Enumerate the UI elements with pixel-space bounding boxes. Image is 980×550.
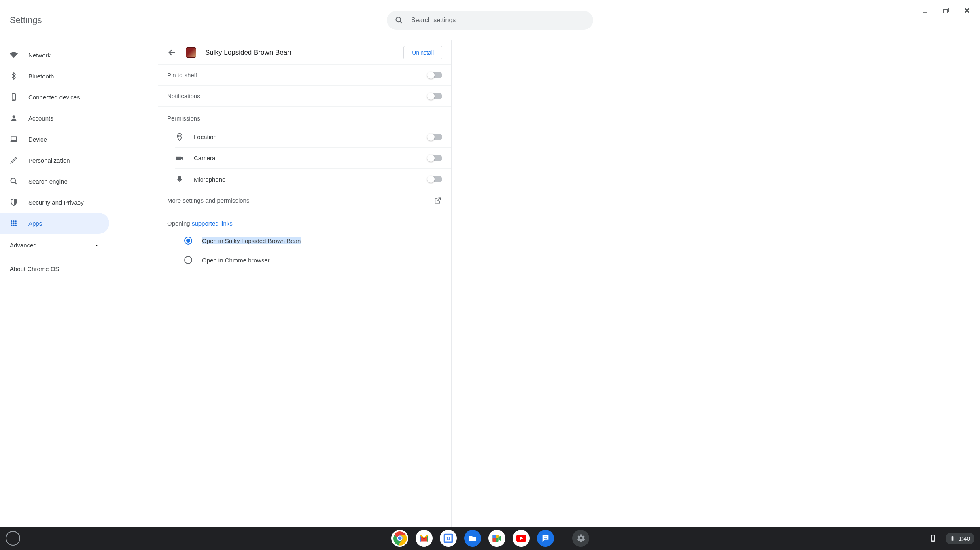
permission-label: Microphone [194, 176, 418, 183]
svg-rect-40 [492, 538, 496, 542]
camera-toggle[interactable] [428, 155, 442, 161]
svg-point-17 [13, 222, 14, 224]
person-icon [10, 114, 18, 122]
notifications-row: Notifications [158, 86, 451, 107]
svg-rect-9 [11, 137, 16, 140]
sidebar-item-label: Personalization [28, 157, 70, 164]
svg-rect-38 [492, 535, 496, 538]
pin-to-shelf-toggle[interactable] [428, 72, 442, 78]
microphone-icon [175, 175, 184, 184]
svg-rect-24 [176, 156, 181, 159]
svg-point-4 [396, 17, 401, 22]
shelf-icon-messages[interactable] [537, 530, 554, 547]
advanced-label: Advanced [10, 242, 37, 249]
svg-point-8 [13, 115, 15, 118]
search-input[interactable] [411, 17, 585, 24]
status-tray[interactable]: 1:40 [925, 532, 974, 544]
sidebar-item-label: Device [28, 136, 47, 143]
sidebar-item-label: Search engine [28, 178, 68, 185]
pin-to-shelf-label: Pin to shelf [167, 72, 428, 78]
sidebar-item-connected-devices[interactable]: Connected devices [0, 87, 109, 108]
svg-rect-39 [496, 535, 499, 538]
pin-to-shelf-row: Pin to shelf [158, 65, 451, 86]
shelf-icon-settings[interactable] [572, 530, 589, 547]
tray-phone-icon[interactable] [925, 532, 941, 544]
phone-icon [10, 93, 18, 101]
sidebar-item-apps[interactable]: Apps [0, 213, 109, 234]
sidebar-item-label: Connected devices [28, 94, 80, 101]
bluetooth-icon [10, 72, 18, 80]
sidebar-item-personalization[interactable]: Personalization [0, 150, 109, 171]
permission-row-camera: Camera [175, 148, 451, 169]
radio-label: Open in Chrome browser [202, 257, 270, 264]
supported-links-link[interactable]: supported links [192, 220, 233, 227]
app-title: Sulky Lopsided Brown Bean [205, 49, 395, 57]
sidebar-item-label: Bluetooth [28, 73, 54, 80]
launcher-button[interactable] [6, 531, 20, 546]
shelf-icon-chrome[interactable] [391, 530, 408, 547]
sidebar-item-label: Apps [28, 220, 42, 227]
search-icon [395, 16, 403, 24]
settings-title: Settings [10, 15, 42, 25]
sidebar-item-search-engine[interactable]: Search engine [0, 171, 109, 192]
svg-point-20 [13, 225, 14, 226]
search-bar[interactable] [387, 11, 593, 30]
sidebar-item-bluetooth[interactable]: Bluetooth [0, 66, 109, 87]
svg-point-21 [15, 225, 17, 226]
radio-label: Open in Sulky Lopsided Brown Bean [202, 237, 301, 244]
notifications-toggle[interactable] [428, 93, 442, 99]
radio-button-icon [184, 256, 192, 264]
radio-open-in-app[interactable]: Open in Sulky Lopsided Brown Bean [158, 231, 451, 250]
svg-point-18 [15, 222, 17, 224]
svg-point-11 [11, 178, 16, 183]
tray-status-pill[interactable]: 1:40 [946, 533, 974, 544]
svg-rect-25 [179, 176, 181, 180]
sidebar-item-label: Network [28, 52, 51, 59]
window-restore-icon[interactable] [941, 6, 951, 15]
microphone-toggle[interactable] [428, 176, 442, 182]
camera-icon [175, 154, 184, 163]
more-settings-row[interactable]: More settings and permissions [158, 190, 451, 211]
svg-point-31 [397, 536, 402, 540]
shelf-icon-meet[interactable] [488, 530, 505, 547]
app-detail-panel: Sulky Lopsided Brown Bean Uninstall Pin … [158, 40, 452, 527]
shelf-icon-calendar[interactable]: 31 [440, 530, 457, 547]
window-close-icon[interactable] [962, 6, 972, 15]
laptop-icon [10, 135, 18, 143]
sidebar: Network Bluetooth Connected devices Acco… [0, 40, 158, 527]
sidebar-item-network[interactable]: Network [0, 44, 109, 66]
shelf-icon-files[interactable] [464, 530, 481, 547]
sidebar-advanced[interactable]: Advanced [0, 234, 109, 257]
svg-point-23 [179, 135, 180, 137]
svg-point-14 [13, 220, 14, 222]
svg-line-5 [400, 21, 402, 23]
svg-point-15 [15, 220, 17, 222]
search-engine-icon [10, 177, 18, 185]
pencil-icon [10, 156, 18, 164]
svg-text:31: 31 [446, 537, 450, 541]
shelf: 31 1:40 [0, 527, 980, 550]
notifications-label: Notifications [167, 93, 428, 99]
shelf-icon-youtube[interactable] [513, 530, 530, 547]
shelf-separator [563, 532, 563, 545]
sidebar-item-accounts[interactable]: Accounts [0, 108, 109, 129]
uninstall-button[interactable]: Uninstall [403, 46, 442, 59]
svg-line-27 [437, 198, 441, 201]
sidebar-item-security[interactable]: Security and Privacy [0, 192, 109, 213]
app-icon [186, 47, 196, 58]
shield-icon [10, 198, 18, 206]
location-toggle[interactable] [428, 134, 442, 140]
radio-open-in-browser[interactable]: Open in Chrome browser [158, 250, 451, 270]
shelf-icon-gmail[interactable] [416, 530, 433, 547]
tray-time: 1:40 [959, 535, 970, 542]
settings-header: Settings [0, 0, 980, 40]
svg-point-16 [11, 222, 12, 224]
permission-label: Location [194, 133, 418, 140]
window-minimize-icon[interactable] [920, 6, 930, 15]
sidebar-about[interactable]: About Chrome OS [0, 257, 158, 280]
svg-point-13 [11, 220, 12, 222]
sidebar-item-device[interactable]: Device [0, 129, 109, 150]
back-button[interactable] [167, 48, 177, 57]
radio-button-checked-icon [184, 237, 192, 245]
permissions-heading: Permissions [158, 107, 451, 127]
